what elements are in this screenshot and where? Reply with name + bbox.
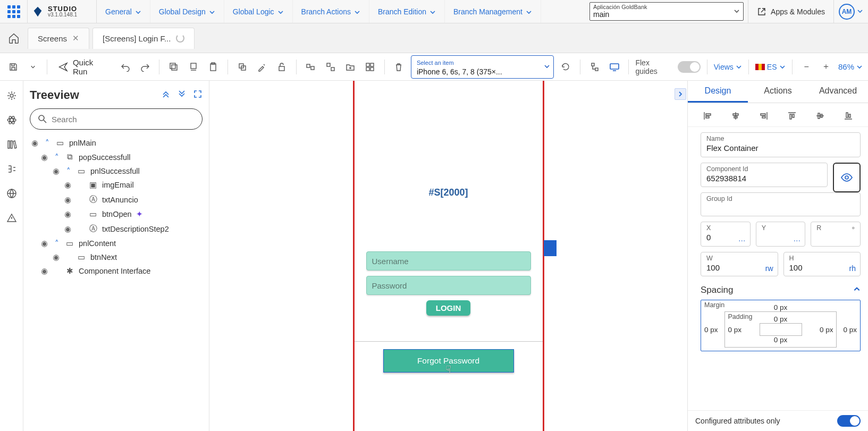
canvas-username-input[interactable]: Username (366, 251, 531, 271)
close-icon[interactable]: ✕ (72, 33, 79, 43)
device-preview-button[interactable] (606, 59, 622, 75)
library-rail-button[interactable] (4, 137, 19, 152)
redo-button[interactable] (137, 59, 153, 75)
settings-rail-button[interactable] (4, 88, 19, 103)
tab-design[interactable]: Design (688, 81, 748, 103)
project-selector[interactable]: Aplicación GoldBank main (589, 2, 744, 21)
visibility-icon[interactable]: ◉ (63, 181, 72, 189)
ungroup-button[interactable] (323, 59, 338, 75)
paste-button[interactable] (206, 59, 221, 75)
visibility-icon[interactable]: ◉ (63, 225, 72, 233)
menu-branch-edition[interactable]: Branch Edition (369, 0, 445, 23)
menu-branch-actions[interactable]: Branch Actions (293, 0, 369, 23)
tab-login-screen[interactable]: [Screens] Login F... (92, 28, 195, 49)
atoms-rail-button[interactable] (4, 113, 19, 128)
design-canvas[interactable]: #S[2000] Username Password LOGIN Forgot … (209, 81, 687, 431)
user-menu[interactable]: AM (834, 0, 868, 23)
dup-style-button[interactable] (234, 59, 250, 75)
flex-guides-toggle[interactable]: Flex guides (635, 58, 700, 75)
r-field[interactable]: R ° (811, 222, 861, 247)
eyedropper-button[interactable] (254, 59, 269, 75)
tree-node-txtanuncio[interactable]: ◉ · Ⓐ txtAnuncio (30, 192, 203, 207)
globe-rail-button[interactable] (4, 186, 19, 201)
refresh-button[interactable] (558, 59, 574, 75)
caret-up-icon[interactable]: ˄ (53, 153, 61, 162)
caret-up-icon[interactable]: ˄ (44, 139, 51, 147)
zoom-out-button[interactable]: − (799, 59, 814, 75)
device-selector[interactable]: Select an item iPhone 6, 6s, 7, 8 (375×.… (411, 55, 554, 79)
spacing-editor[interactable]: Margin 0 px 0 px Padding 0 px 0 px 0 px … (701, 300, 861, 351)
apps-modules-button[interactable]: Apps & Modules (748, 0, 834, 23)
spacing-section-header[interactable]: Spacing (701, 285, 861, 295)
tree-node-btnnext[interactable]: ◉ · ▭ btnNext (30, 250, 203, 264)
visibility-icon[interactable]: ◉ (39, 239, 49, 248)
align-bottom-icon[interactable] (842, 109, 855, 122)
switch-icon[interactable] (837, 415, 861, 427)
name-field[interactable]: Name Flex Container (701, 132, 861, 157)
visibility-icon[interactable]: ◉ (30, 139, 39, 147)
zoom-selector[interactable]: 86% (838, 62, 863, 71)
align-left-icon[interactable] (701, 109, 714, 122)
x-field[interactable]: X 0 … (701, 222, 751, 247)
save-dropdown-button[interactable] (25, 59, 40, 75)
unlock-button[interactable] (274, 59, 290, 75)
align-right-icon[interactable] (757, 109, 770, 122)
visibility-icon[interactable]: ◉ (51, 167, 61, 175)
caret-up-icon[interactable]: ˄ (65, 167, 72, 175)
tree-node-component-interface[interactable]: ◉ · ✱ Component Interface (30, 264, 203, 278)
menu-general[interactable]: General (97, 0, 150, 23)
selection-handle[interactable] (544, 240, 557, 256)
visibility-icon[interactable]: ◉ (51, 253, 61, 261)
tree-node-txtdescstep2[interactable]: ◉ · Ⓐ txtDescriptionStep2 (30, 221, 203, 236)
tab-advanced[interactable]: Advanced (808, 81, 868, 103)
visibility-icon[interactable]: ◉ (39, 267, 49, 275)
layout-tree-button[interactable] (587, 59, 602, 75)
grid-button[interactable] (362, 59, 377, 75)
treeview-search[interactable] (30, 108, 203, 130)
tree-node-btnopen[interactable]: ◉ · ▭ btnOpen ✦ (30, 207, 203, 221)
canvas-password-input[interactable]: Password (366, 276, 531, 295)
menu-global-design[interactable]: Global Design (150, 0, 224, 23)
delete-button[interactable] (391, 59, 407, 75)
component-id-field[interactable]: Component Id 652938814 (701, 163, 828, 188)
canvas-forgot-button[interactable]: Forgot Password ☟ (383, 349, 514, 373)
collapse-all-icon[interactable] (161, 89, 171, 101)
visibility-icon[interactable]: ◉ (63, 196, 72, 204)
tree-node-pnlsuccessfull[interactable]: ◉ ˄ ▭ pnlSuccessfull (30, 164, 203, 178)
h-field[interactable]: H 100 rh (783, 252, 861, 277)
collapse-props-button[interactable] (675, 88, 686, 100)
w-field[interactable]: W 100 rw (701, 252, 778, 277)
tab-screens[interactable]: Screens ✕ (28, 28, 89, 49)
menu-global-logic[interactable]: Global Logic (224, 0, 293, 23)
search-input[interactable] (52, 115, 195, 124)
canvas-login-button[interactable]: LOGIN (426, 300, 471, 316)
caret-up-icon[interactable]: ˄ (53, 239, 61, 248)
tab-actions[interactable]: Actions (748, 81, 808, 103)
copy-button[interactable] (166, 59, 181, 75)
tree-node-pnlmain[interactable]: ◉ ˄ ▭ pnlMain (30, 136, 203, 150)
group-button[interactable] (303, 59, 318, 75)
undo-button[interactable] (117, 59, 133, 75)
zoom-in-button[interactable]: ＋ (819, 59, 834, 75)
tree-node-popsuccessfull[interactable]: ◉ ˄ ⧉ popSuccessfull (30, 150, 203, 164)
add-folder-button[interactable] (342, 59, 358, 75)
tree-node-imgemail[interactable]: ◉ · ▣ imgEmail (30, 178, 203, 192)
y-field[interactable]: Y … (756, 222, 806, 247)
save-button[interactable] (5, 59, 21, 75)
menu-branch-management[interactable]: Branch Management (445, 0, 541, 23)
switch-icon[interactable] (678, 61, 701, 73)
expand-all-icon[interactable] (177, 89, 187, 101)
align-top-icon[interactable] (786, 109, 798, 122)
fullscreen-icon[interactable] (193, 89, 203, 101)
language-selector[interactable]: ES (755, 63, 786, 71)
warnings-rail-button[interactable] (4, 210, 19, 225)
group-id-field[interactable]: Group Id (701, 192, 861, 216)
align-center-h-icon[interactable] (729, 109, 742, 122)
configured-attrs-toggle[interactable]: Configured attributes only (688, 410, 868, 431)
visibility-icon[interactable]: ◉ (63, 210, 72, 218)
tree-node-pnlcontent[interactable]: ◉ ˄ ▭ pnlContent (30, 236, 203, 250)
visibility-toggle-button[interactable] (833, 163, 861, 193)
tree-rail-button[interactable] (4, 162, 19, 176)
home-button[interactable] (0, 32, 28, 44)
cut-button[interactable] (186, 59, 201, 75)
